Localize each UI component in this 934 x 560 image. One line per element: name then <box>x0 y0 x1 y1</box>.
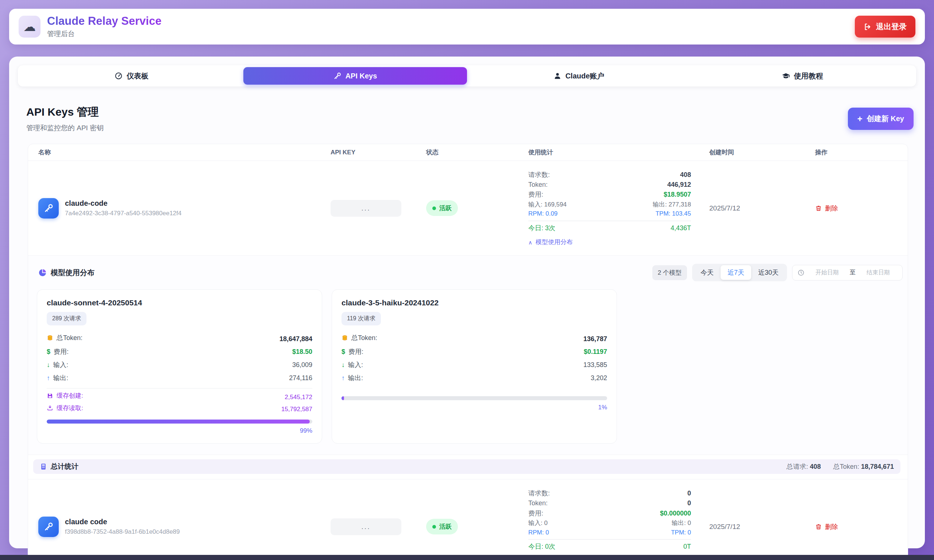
model-stats: 总Token:136,787 $费用:$0.1197 ↓输入:133,585 ↑… <box>342 329 607 382</box>
today-stat: 今日: 3次 <box>528 224 555 233</box>
filter-today[interactable]: 今天 <box>694 265 720 280</box>
tab-label: Claude账户 <box>566 71 605 81</box>
end-date-input[interactable] <box>859 269 897 276</box>
filter-last7[interactable]: 近7天 <box>720 265 751 280</box>
model-requests-badge: 119 次请求 <box>342 312 381 325</box>
key-name-block: claude-code 7a4e2492-3c38-4797-a540-5539… <box>65 199 182 217</box>
created-date: 2025/7/12 <box>709 204 815 212</box>
cost-value: $18.9507 <box>664 190 691 199</box>
model-progress-block: 99% <box>47 413 312 434</box>
table-header-row: 名称 API KEY 状态 使用统计 创建时间 操作 <box>28 144 908 161</box>
tab-tutorial[interactable]: 使用教程 <box>691 67 914 85</box>
divider <box>528 221 691 221</box>
token-value: 446,912 <box>667 180 691 189</box>
status-badge: 活跃 <box>426 200 458 216</box>
tab-bar: 仪表板 API Keys Claude账户 使用教程 <box>18 65 916 86</box>
key-id: 7a4e2492-3c38-4797-a540-553980ee12f4 <box>65 210 182 217</box>
divider <box>47 388 312 389</box>
model-dist-label: 模型使用分布 <box>535 238 573 247</box>
output-value: 3,202 <box>591 374 607 382</box>
token-label: Token: <box>528 499 548 508</box>
token-label: Token: <box>528 180 548 189</box>
input-stat: 输入: 169,594 <box>528 200 566 209</box>
tab-api-keys[interactable]: API Keys <box>243 67 467 85</box>
cost-label: $费用: <box>342 347 363 356</box>
masked-api-key[interactable]: ... <box>331 200 401 217</box>
arrow-down-icon: ↓ <box>47 361 50 369</box>
usage-progress-fill <box>342 396 344 400</box>
save-icon <box>47 392 53 399</box>
cost-value: $18.50 <box>292 348 312 356</box>
user-icon <box>554 72 562 80</box>
status-cell: 活跃 <box>426 519 528 534</box>
model-progress-block: 1% <box>342 390 607 411</box>
column-header-created: 创建时间 <box>709 148 815 157</box>
model-distribution-title-group: 模型使用分布 <box>38 268 94 278</box>
arrow-down-icon: ↓ <box>342 361 345 369</box>
actions-cell: 删除 <box>815 204 908 213</box>
status-badge: 活跃 <box>426 519 458 534</box>
api-keys-table: 名称 API KEY 状态 使用统计 创建时间 操作 claude-code 7… <box>28 144 908 560</box>
output-stat: 输出: 277,318 <box>653 200 691 209</box>
divider <box>528 539 691 540</box>
start-date-input[interactable] <box>808 269 846 276</box>
usage-stats-cell: 请求数:0 Token:0 费用:$0.000000 输入: 0输出: 0 RP… <box>528 488 709 560</box>
masked-api-key[interactable]: ... <box>331 518 401 535</box>
key-name: claude code <box>65 518 180 526</box>
desktop-edge <box>0 555 934 560</box>
total-token-value: 18,647,884 <box>280 335 312 343</box>
cache-create-label: 缓存创建: <box>47 391 83 400</box>
delete-button[interactable]: 删除 <box>815 204 838 213</box>
logout-button[interactable]: 退出登录 <box>855 16 916 38</box>
date-range-picker: 至 <box>792 265 903 280</box>
trash-icon <box>815 205 822 212</box>
output-stat: 输出: 0 <box>672 519 691 528</box>
key-name-cell: claude-code 7a4e2492-3c38-4797-a540-5539… <box>28 198 331 218</box>
table-row: claude code f398d8b8-7352-4a88-9a1f-6b1e… <box>28 479 908 560</box>
totals-values: 总请求: 408 总Token: 18,784,671 <box>786 462 894 471</box>
totals-title: 总计统计 <box>51 462 78 471</box>
total-token-label: 总Token: <box>342 334 377 342</box>
requests-label: 请求数: <box>528 170 550 180</box>
graduation-cap-icon <box>782 72 790 80</box>
table-row: claude-code 7a4e2492-3c38-4797-a540-5539… <box>28 161 908 256</box>
cost-label: 费用: <box>528 509 543 518</box>
key-icon <box>44 203 54 213</box>
totals-bar: 总计统计 总请求: 408 总Token: 18,784,671 <box>33 459 900 474</box>
cache-create-value: 2,545,172 <box>285 394 312 401</box>
model-distribution-controls: 2 个模型 今天 近7天 近30天 至 <box>652 264 903 281</box>
cache-read-value: 15,792,587 <box>281 406 312 413</box>
create-key-button[interactable]: + 创建新 Key <box>848 108 914 130</box>
filter-last30[interactable]: 近30天 <box>751 265 786 280</box>
dollar-icon: $ <box>47 348 50 356</box>
totals-title-group: 总计统计 <box>40 462 78 471</box>
model-name: claude-sonnet-4-20250514 <box>47 298 312 307</box>
pie-chart-icon <box>38 269 47 277</box>
input-value: 133,585 <box>583 361 607 369</box>
tab-claude-account[interactable]: Claude账户 <box>467 67 691 85</box>
token-value: 0 <box>687 499 691 508</box>
key-avatar <box>38 517 59 537</box>
cost-label: 费用: <box>528 190 543 199</box>
page-title-group: API Keys 管理 管理和监控您的 API 密钥 <box>26 105 104 133</box>
column-header-actions: 操作 <box>815 148 908 157</box>
api-key-cell: ... <box>331 200 426 217</box>
main-card: 仪表板 API Keys Claude账户 使用教程 API Keys 管理 管… <box>9 57 925 548</box>
model-name: claude-3-5-haiku-20241022 <box>342 298 607 307</box>
input-value: 36,009 <box>292 361 312 369</box>
app-header: ☁ Claude Relay Service 管理后台 退出登录 <box>9 9 925 45</box>
model-requests-badge: 289 次请求 <box>47 312 86 325</box>
total-token-value: 136,787 <box>583 335 607 343</box>
key-icon <box>44 522 54 532</box>
tab-dashboard[interactable]: 仪表板 <box>20 67 243 85</box>
plus-icon: + <box>857 115 863 123</box>
model-dist-toggle[interactable]: ∧ 模型使用分布 <box>528 238 691 247</box>
usage-progress-fill <box>47 420 310 423</box>
date-to-label: 至 <box>850 269 856 277</box>
column-header-name: 名称 <box>28 148 331 157</box>
column-header-status: 状态 <box>426 148 528 157</box>
arrow-up-icon: ↑ <box>47 374 50 382</box>
time-filter: 今天 近7天 近30天 <box>692 264 787 281</box>
model-card: claude-sonnet-4-20250514 289 次请求 总Token:… <box>37 289 322 444</box>
delete-button[interactable]: 删除 <box>815 522 838 531</box>
